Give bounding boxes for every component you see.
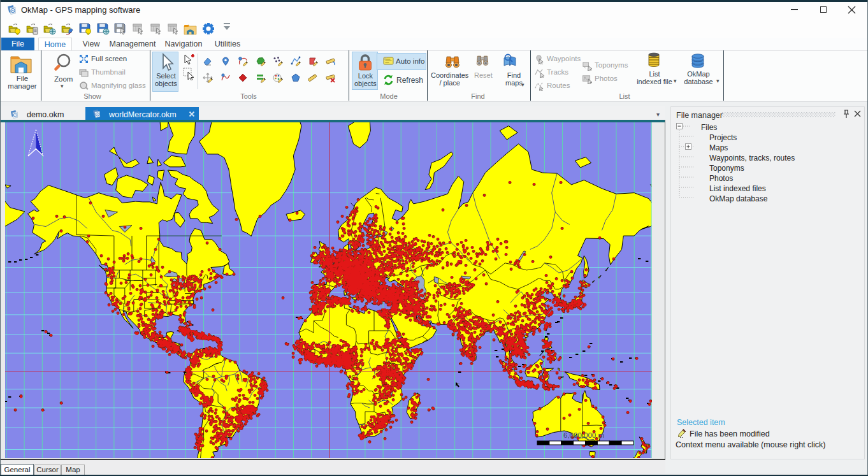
svg-text:6,000,000 m: 6,000,000 m: [563, 431, 604, 439]
